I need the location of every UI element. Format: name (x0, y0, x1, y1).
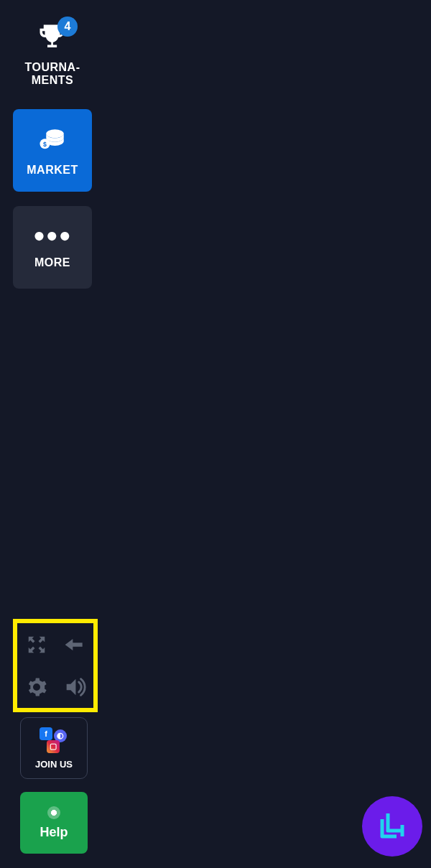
volume-icon (62, 675, 87, 699)
help-label: Help (40, 825, 68, 840)
back-button[interactable] (63, 633, 86, 656)
fullscreen-button[interactable] (26, 634, 47, 655)
floating-action-button[interactable] (362, 796, 422, 857)
tournaments-badge: 4 (57, 17, 78, 37)
instagram-icon: ▢ (47, 740, 60, 753)
social-icons-cluster: f ◐ ▢ (38, 727, 70, 755)
gear-icon (26, 676, 47, 698)
svg-text:$: $ (43, 140, 47, 147)
sidebar: 4 TOURNA- MENTS $ MARKET ●●● MORE (13, 9, 96, 289)
controls-panel (13, 619, 98, 712)
help-indicator-icon (47, 806, 60, 819)
fullscreen-icon (26, 634, 47, 655)
logo-icon (375, 809, 409, 844)
market-label: MARKET (27, 164, 78, 177)
back-arrow-icon (63, 633, 86, 656)
join-us-button[interactable]: f ◐ ▢ JOIN US (20, 717, 88, 779)
facebook-icon: f (40, 727, 52, 740)
sidebar-item-market[interactable]: $ MARKET (13, 109, 92, 192)
sound-button[interactable] (62, 675, 87, 699)
svg-point-0 (46, 129, 64, 138)
join-us-label: JOIN US (35, 759, 73, 770)
help-button[interactable]: Help (20, 792, 88, 854)
trophy-icon: 4 (36, 22, 69, 55)
settings-button[interactable] (26, 676, 47, 698)
sidebar-item-tournaments[interactable]: 4 TOURNA- MENTS (13, 9, 92, 95)
ellipsis-icon: ●●● (33, 232, 72, 239)
sidebar-item-more[interactable]: ●●● MORE (13, 206, 92, 289)
tournaments-label: TOURNA- MENTS (25, 61, 80, 87)
coins-icon: $ (37, 125, 68, 158)
more-label: MORE (34, 256, 70, 269)
